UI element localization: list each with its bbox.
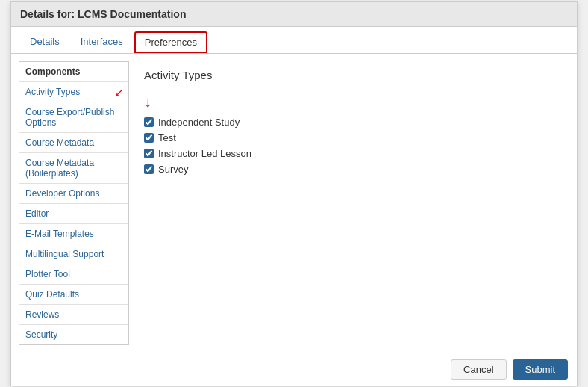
sidebar-item-security[interactable]: Security — [19, 324, 128, 344]
main-title: Activity Types — [144, 69, 554, 81]
list-item: Independent Study — [144, 117, 554, 128]
sidebar-item-multilingual[interactable]: Multilingual Support — [19, 244, 128, 264]
sidebar-item-course-metadata[interactable]: Course Metadata — [19, 132, 128, 152]
tab-interfaces[interactable]: Interfaces — [71, 31, 133, 53]
sidebar-item-course-export[interactable]: Course Export/Publish Options — [19, 102, 128, 132]
list-item: Test — [144, 132, 554, 143]
main-content: Activity Types ↓ Independent Study Test … — [129, 61, 569, 345]
activity-list: Independent Study Test Instructor Led Le… — [144, 117, 554, 175]
sidebar-item-quiz-defaults[interactable]: Quiz Defaults — [19, 284, 128, 304]
sidebar-header: Components — [19, 62, 128, 81]
sidebar: Components Activity Types ↙ Course Expor… — [19, 61, 129, 345]
test-checkbox[interactable] — [144, 133, 154, 143]
arrow-icon: ↙ — [114, 85, 124, 99]
content-area: Components Activity Types ↙ Course Expor… — [11, 54, 577, 353]
sidebar-item-email-templates[interactable]: E-Mail Templates — [19, 223, 128, 244]
tab-preferences[interactable]: Preferences — [134, 31, 207, 53]
tab-details[interactable]: Details — [20, 31, 69, 53]
list-item: Instructor Led Lesson — [144, 148, 554, 159]
list-item: Survey — [144, 164, 554, 175]
survey-checkbox[interactable] — [144, 164, 154, 174]
submit-button[interactable]: Submit — [513, 359, 568, 380]
footer: Cancel Submit — [11, 353, 577, 386]
independent-study-checkbox[interactable] — [144, 117, 154, 127]
sidebar-item-developer-options[interactable]: Developer Options — [19, 183, 128, 203]
down-arrow-icon: ↓ — [144, 93, 554, 111]
dialog: Details for: LCMS Documentation Details … — [10, 1, 578, 386]
tabs-container: Details Interfaces Preferences — [11, 27, 577, 54]
sidebar-item-activity-types[interactable]: Activity Types ↙ — [19, 81, 128, 102]
dialog-title: Details for: LCMS Documentation — [11, 2, 577, 27]
sidebar-item-editor[interactable]: Editor — [19, 203, 128, 223]
sidebar-item-course-metadata-boilerplates[interactable]: Course Metadata (Boilerplates) — [19, 152, 128, 183]
cancel-button[interactable]: Cancel — [451, 359, 506, 380]
instructor-led-lesson-checkbox[interactable] — [144, 149, 154, 158]
sidebar-item-plotter-tool[interactable]: Plotter Tool — [19, 264, 128, 284]
sidebar-item-reviews[interactable]: Reviews — [19, 304, 128, 324]
